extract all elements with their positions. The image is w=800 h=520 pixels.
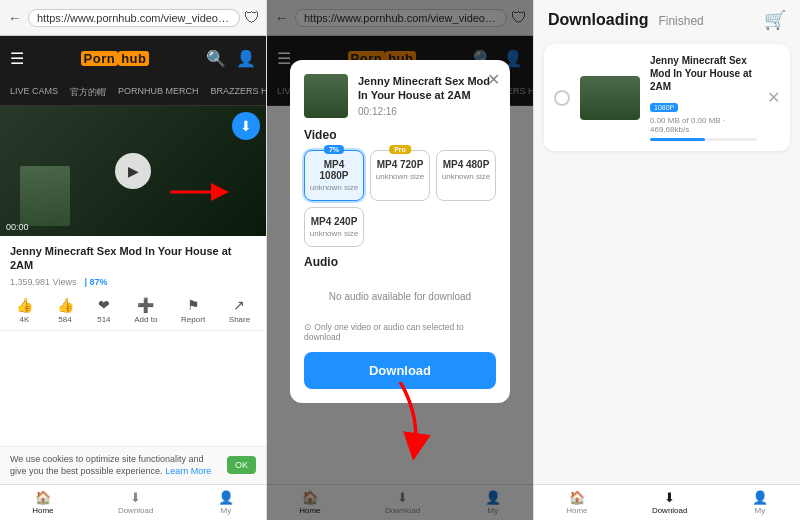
left-action-row: 👍 4K 👍 584 ❤ 514 ➕ Add to ⚑ Report ↗ Sha… bbox=[0, 291, 266, 331]
left-bottom-nav: 🏠 Home ⬇ Download 👤 My bbox=[0, 484, 266, 520]
left-cookie-text: We use cookies to optimize site function… bbox=[10, 453, 221, 478]
right-dl-progress: 0.00 MB of 0.00 MB · 469.68kb/s bbox=[650, 116, 757, 134]
right-dl-title: Jenny Minecraft Sex Mod In Your House at… bbox=[650, 54, 757, 93]
right-dl-info: Jenny Minecraft Sex Mod In Your House at… bbox=[650, 54, 757, 141]
left-views: 1,359,981 Views bbox=[10, 277, 76, 287]
modal-video-title: Jenny Minecraft Sex Mod In Your House at… bbox=[358, 74, 496, 103]
left-nav-livecams[interactable]: LIVE CAMS bbox=[10, 86, 58, 99]
left-video-area[interactable]: ▶ 00:00 ⬇ bbox=[0, 106, 266, 236]
left-address-bar: ← https://www.pornhub.com/view_video.php… bbox=[0, 0, 266, 36]
right-dl-bar-fill bbox=[650, 138, 705, 141]
modal-badge-720p: Pro bbox=[389, 145, 411, 154]
middle-panel: ← https://www.pornhub.com/view_video.php… bbox=[267, 0, 534, 520]
left-home-label: Home bbox=[32, 506, 53, 515]
left-my-label: My bbox=[220, 506, 231, 515]
right-dl-badge: 1080P bbox=[650, 103, 678, 112]
modal-badge-1080p: 7% bbox=[324, 145, 344, 154]
right-toolbar-icon[interactable]: 🛒 bbox=[764, 9, 786, 31]
left-logo: Pornhub bbox=[81, 51, 150, 66]
modal-quality-240p[interactable]: MP4 240P unknown size bbox=[304, 207, 364, 247]
left-action-report[interactable]: ⚑ Report bbox=[181, 297, 205, 324]
right-nav-download[interactable]: ⬇ Download bbox=[652, 490, 688, 515]
left-like-icon: 👍 bbox=[57, 297, 74, 313]
left-download-icon: ⬇ bbox=[130, 490, 141, 505]
modal-audio-section-title: Audio bbox=[304, 255, 496, 269]
right-nav-home[interactable]: 🏠 Home bbox=[566, 490, 587, 515]
right-nav-my[interactable]: 👤 My bbox=[752, 490, 768, 515]
left-action-addto[interactable]: ➕ Add to bbox=[134, 297, 157, 324]
right-dl-thumb bbox=[580, 76, 640, 120]
left-nav-home[interactable]: 🏠 Home bbox=[32, 490, 53, 515]
left-logo-highlight: hub bbox=[118, 51, 149, 66]
modal-video-section-title: Video bbox=[304, 128, 496, 142]
right-subtitle: Finished bbox=[658, 14, 703, 28]
left-video-stats: 1,359,981 Views | 87% bbox=[10, 277, 256, 287]
left-cookie-link[interactable]: Learn More bbox=[165, 466, 211, 476]
modal-close-button[interactable]: ✕ bbox=[487, 70, 500, 89]
left-red-arrow bbox=[170, 172, 230, 216]
modal-quality-720p[interactable]: Pro MP4 720P unknown size bbox=[370, 150, 430, 201]
left-fav-label: 514 bbox=[97, 315, 110, 324]
left-cookie-ok-button[interactable]: OK bbox=[227, 456, 256, 474]
left-like-label: 584 bbox=[58, 315, 71, 324]
left-nav-official[interactable]: 官方的帽 bbox=[70, 86, 106, 99]
left-nav-merch[interactable]: PORNHUB MERCH bbox=[118, 86, 199, 99]
modal-title-area: Jenny Minecraft Sex Mod In Your House at… bbox=[358, 74, 496, 117]
left-back-button[interactable]: ← bbox=[6, 8, 24, 28]
left-report-icon: ⚑ bbox=[187, 297, 200, 313]
modal-quality-240p-sub: unknown size bbox=[309, 229, 359, 238]
right-home-label: Home bbox=[566, 506, 587, 515]
left-action-4k-icon: 👍 bbox=[16, 297, 33, 313]
left-addto-icon: ➕ bbox=[137, 297, 154, 313]
right-my-icon: 👤 bbox=[752, 490, 768, 505]
left-minecraft-char bbox=[20, 166, 70, 226]
modal-quality-720p-label: MP4 720P bbox=[375, 159, 425, 170]
left-download-label: Download bbox=[118, 506, 154, 515]
modal-quality-1080p-label: MP4 1080P bbox=[309, 159, 359, 181]
left-video-time: 00:00 bbox=[6, 222, 29, 232]
modal-note: ⊙ Only one video or audio can selected t… bbox=[304, 322, 496, 342]
right-dl-bar-bg bbox=[650, 138, 757, 141]
left-menu-icon[interactable]: ☰ bbox=[10, 49, 24, 68]
left-header-icons: 🔍 👤 bbox=[206, 49, 256, 68]
right-dl-close-button[interactable]: ✕ bbox=[767, 88, 780, 107]
modal-quality-480p[interactable]: MP4 480P unknown size bbox=[436, 150, 496, 201]
right-title-area: Downloading Finished bbox=[548, 11, 704, 29]
left-search-icon[interactable]: 🔍 bbox=[206, 49, 226, 68]
middle-modal-box: ✕ Jenny Minecraft Sex Mod In Your House … bbox=[290, 60, 510, 403]
right-spacer bbox=[534, 159, 800, 484]
modal-download-button[interactable]: Download bbox=[304, 352, 496, 389]
right-title: Downloading bbox=[548, 11, 648, 29]
left-video-title: Jenny Minecraft Sex Mod In Your House at… bbox=[10, 244, 256, 273]
modal-quality-480p-sub: unknown size bbox=[441, 172, 491, 181]
right-bottom-nav: 🏠 Home ⬇ Download 👤 My bbox=[534, 484, 800, 520]
left-action-share[interactable]: ↗ Share bbox=[229, 297, 250, 324]
modal-no-audio: No audio available for download bbox=[304, 277, 496, 316]
left-nav-my[interactable]: 👤 My bbox=[218, 490, 234, 515]
right-download-icon: ⬇ bbox=[664, 490, 675, 505]
left-download-badge[interactable]: ⬇ bbox=[232, 112, 260, 140]
right-home-icon: 🏠 bbox=[569, 490, 585, 505]
modal-quality-1080p-sub: unknown size bbox=[309, 183, 359, 192]
left-fav-icon: ❤ bbox=[98, 297, 110, 313]
left-panel: ← https://www.pornhub.com/view_video.php… bbox=[0, 0, 267, 520]
left-account-icon[interactable]: 👤 bbox=[236, 49, 256, 68]
left-share-icon: ↗ bbox=[233, 297, 245, 313]
left-action-fav[interactable]: ❤ 514 bbox=[97, 297, 110, 324]
left-ph-header: ☰ Pornhub 🔍 👤 bbox=[0, 36, 266, 80]
left-url-bar[interactable]: https://www.pornhub.com/view_video.php?v… bbox=[28, 9, 240, 27]
modal-quality-720p-sub: unknown size bbox=[375, 172, 425, 181]
left-action-like[interactable]: 👍 584 bbox=[57, 297, 74, 324]
left-home-icon: 🏠 bbox=[35, 490, 51, 505]
modal-quality-1080p[interactable]: 7% MP4 1080P unknown size bbox=[304, 150, 364, 201]
left-share-label: Share bbox=[229, 315, 250, 324]
left-nav-brazzers[interactable]: BRAZZERS HD bbox=[211, 86, 266, 99]
left-play-button[interactable]: ▶ bbox=[115, 153, 151, 189]
right-dl-radio[interactable] bbox=[554, 90, 570, 106]
modal-quality-grid: 7% MP4 1080P unknown size Pro MP4 720P u… bbox=[304, 150, 496, 247]
middle-modal-overlay: ✕ Jenny Minecraft Sex Mod In Your House … bbox=[267, 0, 533, 520]
modal-top: Jenny Minecraft Sex Mod In Your House at… bbox=[304, 74, 496, 118]
left-action-4k[interactable]: 👍 4K bbox=[16, 297, 33, 324]
right-header: Downloading Finished 🛒 bbox=[534, 0, 800, 36]
left-nav-download[interactable]: ⬇ Download bbox=[118, 490, 154, 515]
